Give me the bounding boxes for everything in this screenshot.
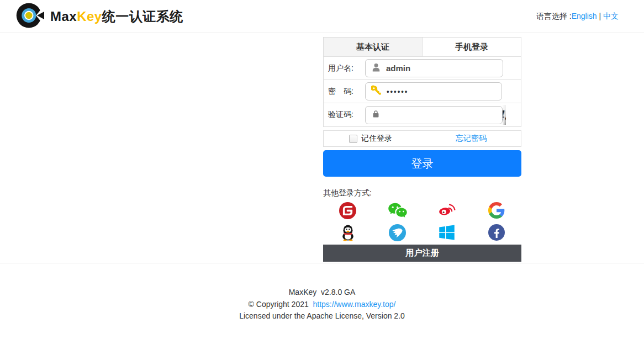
gitee-icon[interactable] (323, 199, 373, 221)
footer-version: MaxKey v2.8.0 GA (0, 287, 644, 299)
main-area: 基本认证 手机登录 用户名: 密 码: (0, 33, 644, 263)
password-input-box (365, 82, 502, 100)
username-input[interactable] (386, 63, 497, 73)
username-row: 用户名: (324, 57, 521, 80)
language-separator: | (597, 12, 603, 20)
weibo-icon[interactable] (423, 199, 472, 221)
qq-icon[interactable] (323, 221, 373, 243)
login-form: 用户名: 密 码: (323, 57, 521, 127)
dingtalk-icon[interactable] (373, 221, 423, 243)
forgot-password-link[interactable]: 忘记密码 (456, 134, 487, 144)
password-label: 密 码: (328, 87, 365, 97)
login-button[interactable]: 登录 (323, 150, 521, 177)
provider-row (323, 199, 521, 221)
key-icon (371, 85, 382, 98)
page-title: MaxKey统一认证系统 (50, 8, 183, 25)
person-icon (371, 62, 381, 75)
copyright-text: © Copyright 2021 (249, 300, 313, 309)
tab-basic-auth[interactable]: 基本认证 (324, 38, 423, 56)
maxkey-site-link[interactable]: https://www.maxkey.top/ (313, 300, 396, 309)
footer-license: Licensed under the Apache License, Versi… (0, 310, 644, 322)
remember-checkbox[interactable] (349, 135, 357, 143)
wechat-icon[interactable] (373, 199, 423, 221)
username-input-box (365, 59, 503, 77)
language-selector: 语言选择 :English | 中文 (536, 12, 619, 22)
social-login-providers (323, 199, 521, 243)
captcha-image[interactable]: 3451 (503, 105, 506, 125)
language-link-english[interactable]: English (572, 12, 597, 20)
google-icon[interactable] (472, 199, 521, 221)
user-register-button[interactable]: 用户注册 (323, 245, 521, 262)
captcha-row: 验证码: 3451 (324, 103, 521, 126)
provider-row (323, 221, 521, 243)
remember-login: 记住登录 (349, 134, 392, 144)
facebook-icon[interactable] (472, 221, 521, 243)
other-login-methods-label: 其他登录方式: (323, 188, 521, 198)
brand: MaxKey统一认证系统 (15, 1, 183, 32)
lock-icon (371, 109, 381, 121)
remember-label: 记住登录 (361, 134, 392, 144)
windows-icon[interactable] (423, 221, 472, 243)
maxkey-logo-icon (15, 1, 45, 32)
footer-copyright: © Copyright 2021 https://www.maxkey.top/ (0, 299, 644, 311)
login-panel: 基本认证 手机登录 用户名: 密 码: (323, 37, 521, 262)
captcha-input-box (365, 106, 503, 124)
captcha-label: 验证码: (328, 110, 365, 120)
captcha-digits: 3451 (503, 107, 506, 124)
language-label: 语言选择 : (536, 12, 572, 20)
remember-row: 记住登录 忘记密码 (323, 130, 521, 147)
header: MaxKey统一认证系统 语言选择 :English | 中文 (0, 0, 644, 33)
captcha-input[interactable] (386, 110, 497, 120)
password-input[interactable] (387, 87, 496, 96)
language-link-chinese[interactable]: 中文 (603, 12, 619, 20)
password-row: 密 码: (324, 80, 521, 103)
tab-mobile-login[interactable]: 手机登录 (423, 38, 521, 56)
login-tabs: 基本认证 手机登录 (323, 37, 521, 57)
footer: MaxKey v2.8.0 GA © Copyright 2021 https:… (0, 263, 644, 322)
username-label: 用户名: (328, 63, 365, 73)
